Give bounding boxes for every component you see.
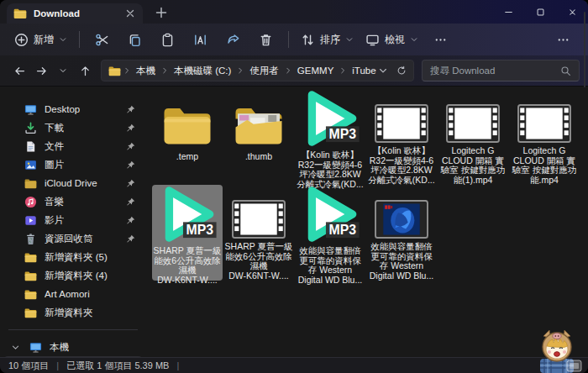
share-button[interactable] [218, 28, 248, 52]
folder-icon [24, 307, 37, 319]
breadcrumb-item-1[interactable]: 本機磁碟 (C:) [171, 63, 234, 79]
more-options-button[interactable] [426, 28, 455, 52]
file-item-1[interactable]: .thumb [223, 89, 294, 185]
sidebar-item-7[interactable]: 資源回收筒 [4, 229, 142, 248]
mp3-icon: MP3 [300, 185, 360, 244]
breadcrumb[interactable]: 本機本機磁碟 (C:)使用者GEMMYiTubeGoDownload [101, 60, 414, 81]
folder-icon [24, 251, 37, 264]
sidebar-item-4[interactable]: iCloud Drive [4, 174, 142, 192]
new-label: 新增 [34, 33, 54, 47]
breadcrumb-item-3[interactable]: GEMMY [294, 64, 337, 77]
folder-icon [24, 270, 37, 282]
address-dropdown-icon[interactable] [378, 66, 388, 76]
file-name: Logitech GCLOUD 開箱 實驗室 按鍵對應功能(1).mp4 [438, 146, 508, 185]
sidebar-item-6[interactable]: 影片 [4, 211, 142, 229]
minimize-button[interactable] [492, 0, 524, 24]
file-name: SHARP 夏普一級能效6公升高效除濕機DW-K6NT-W.... [223, 242, 294, 281]
file-explorer-window: Download 新增 排序 檢視 [0, 0, 588, 373]
sidebar-item-11[interactable]: 新增資料夾 [4, 303, 142, 322]
view-label: 檢視 [385, 33, 405, 47]
sidebar-item-label: 新增資料夾 (5) [45, 251, 108, 264]
file-item-3[interactable]: 【Kolin 歌林】R32一級變頻4-6坪冷暖型2.8KW分離式冷氣(KD... [366, 89, 437, 185]
refresh-icon[interactable] [396, 66, 407, 76]
file-item-7[interactable]: SHARP 夏普一級能效6公升高效除濕機DW-K6NT-W.... [223, 185, 294, 281]
file-item-5[interactable]: Logitech GCLOUD 開箱 實驗室 按鍵對應功能.mp4 [509, 89, 580, 185]
chevron-down-icon [59, 35, 67, 44]
sidebar-item-2[interactable]: 文件 [4, 137, 142, 155]
sidebar-item-5[interactable]: 音樂 [4, 192, 142, 211]
new-tab-button[interactable] [155, 6, 168, 19]
more-icon [556, 33, 570, 47]
cut-button[interactable] [87, 28, 117, 52]
file-item-8[interactable]: MP3效能與容量翻倍更可靠的資料保存 WesternDigital WD Blu… [295, 185, 365, 281]
mp3-icon: MP3 [300, 89, 360, 148]
search-input[interactable]: 搜尋 Download [422, 60, 580, 81]
sidebar-divider [8, 329, 138, 330]
file-item-9[interactable]: 效能與容量翻倍更可靠的資料保存 WesternDigital WD Blu... [366, 185, 437, 281]
file-icon-zone [223, 89, 294, 150]
breadcrumb-item-4[interactable]: iTubeGo [349, 64, 376, 77]
recent-locations-button[interactable] [52, 60, 74, 81]
copy-button[interactable] [120, 28, 150, 52]
tab-close-icon[interactable] [124, 8, 136, 19]
breadcrumb-items: 本機本機磁碟 (C:)使用者GEMMYiTubeGoDownload [123, 63, 376, 79]
sidebar-item-label: 資源回收筒 [45, 233, 93, 245]
breadcrumb-item-0[interactable]: 本機 [133, 63, 159, 79]
file-item-4[interactable]: Logitech GCLOUD 開箱 實驗室 按鍵對應功能(1).mp4 [438, 89, 508, 185]
chevron-down-icon [410, 35, 418, 44]
toolbar-separator [288, 31, 289, 48]
sidebar-item-label: iCloud Drive [45, 178, 97, 188]
file-name: 【Kolin 歌林】R32一級變頻4-6坪冷暖型2.8KW分離式冷氣(KD... [366, 146, 437, 185]
sidebar-item-3[interactable]: 圖片 [4, 155, 142, 174]
pictures-icon [24, 159, 37, 171]
pin-icon [126, 197, 135, 207]
maximize-button[interactable] [524, 0, 556, 24]
tree-item-0[interactable]: 本機 [4, 338, 142, 356]
file-item-2[interactable]: MP3【Kolin 歌林】R32一級變頻4-6坪冷暖型2.8KW分離式冷氣(KD… [295, 89, 365, 185]
sidebar-item-0[interactable]: Desktop [4, 100, 142, 118]
sort-button[interactable]: 排序 [295, 29, 360, 51]
sort-label: 排序 [320, 33, 340, 47]
file-name: .temp [152, 152, 223, 162]
up-button[interactable] [74, 60, 96, 81]
command-toolbar: 新增 排序 檢視 [0, 24, 588, 55]
forward-button[interactable] [30, 60, 52, 81]
sidebar-list: Desktop下載文件圖片iCloud Drive音樂影片資源回收筒新增資料夾 … [0, 100, 146, 322]
file-name: .thumb [223, 152, 294, 162]
sidebar-item-1[interactable]: 下載 [4, 118, 142, 137]
folder-icon [13, 8, 27, 19]
tab-label: Download [34, 8, 118, 18]
film-icon [446, 104, 500, 143]
file-item-6[interactable]: MP3SHARP 夏普一級能效6公升高效除濕機DW-K6NT-W.... [152, 185, 223, 281]
folder-icon [161, 104, 213, 146]
back-button[interactable] [8, 60, 30, 81]
more-commands-button[interactable] [549, 28, 578, 52]
delete-icon [259, 33, 273, 47]
pin-icon [126, 105, 135, 114]
paste-button[interactable] [153, 28, 182, 52]
navigation-pane: Desktop下載文件圖片iCloud Drive音樂影片資源回收筒新增資料夾 … [0, 87, 146, 357]
breadcrumb-item-2[interactable]: 使用者 [246, 63, 282, 79]
file-icon-zone [366, 89, 437, 144]
film-icon [375, 104, 428, 143]
file-icon-zone [438, 89, 508, 144]
file-icon-zone: MP3 [295, 89, 365, 148]
status-bar: 10 個項目 | 已選取 1 個項目 5.39 MB | [0, 357, 588, 373]
sidebar-item-10[interactable]: Art Aomori [4, 285, 142, 303]
folder-thumb-icon [233, 104, 285, 146]
rename-button[interactable] [186, 28, 215, 52]
sidebar-item-label: 下載 [45, 122, 64, 134]
sidebar-item-label: 文件 [45, 140, 64, 153]
sidebar-item-9[interactable]: 新增資料夾 (4) [4, 266, 142, 285]
address-bar: 本機本機磁碟 (C:)使用者GEMMYiTubeGoDownload 搜尋 Do… [0, 55, 588, 87]
delete-button[interactable] [251, 28, 281, 52]
sidebar-item-8[interactable]: 新增資料夾 (5) [4, 248, 142, 266]
paste-icon [160, 33, 175, 47]
tab-download[interactable]: Download [7, 3, 143, 24]
svg-text:MP3: MP3 [328, 223, 356, 237]
chevron-right-icon [339, 66, 347, 75]
file-item-0[interactable]: .temp [152, 89, 223, 185]
pin-icon [126, 216, 135, 225]
new-button[interactable]: 新增 [8, 29, 73, 51]
view-button[interactable]: 檢視 [360, 29, 424, 51]
